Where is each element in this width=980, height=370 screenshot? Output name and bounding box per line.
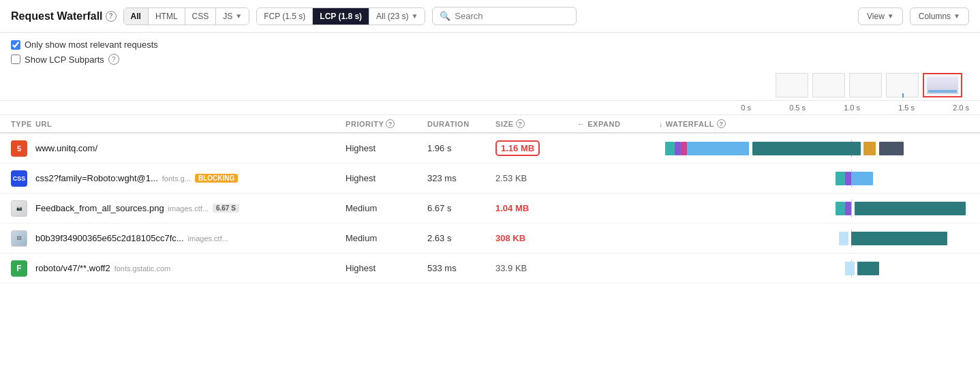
wf-bar-dns [665, 142, 675, 155]
thumb-3 [849, 73, 882, 97]
duration-cell-1: 1.96 s [427, 143, 495, 153]
url-domain-2: fonts.g... [162, 174, 191, 183]
col-url: URL [35, 120, 346, 128]
search-box: 🔍 [432, 7, 577, 25]
img2-icon-label: 🖼 [17, 236, 22, 241]
priority-cell-5: Highest [346, 263, 427, 273]
size-value-4: 308 KB [495, 233, 525, 243]
duration-value-5: 533 ms [427, 263, 457, 273]
table-header: TYPE URL PRIORITY ? DURATION SIZE ? ← EX… [0, 115, 980, 134]
duration-value-2: 323 ms [427, 173, 457, 183]
thumb-2 [812, 73, 845, 97]
type-filter-group: All HTML CSS JS ▼ [123, 7, 250, 25]
waterfall-cell-4 [659, 232, 969, 245]
priority-value-4: Medium [346, 233, 377, 243]
priority-cell-4: Medium [346, 233, 427, 243]
thumbnails [776, 73, 962, 97]
time-labels-row: 0 s 0.5 s 1.0 s 1.5 s 2.0 s [0, 101, 980, 115]
url-cell-3: Feedback_from_all_sources.png images.ctf… [35, 203, 346, 213]
col-expand-label: ← EXPAND [577, 120, 620, 128]
url-cell-2: css2?family=Roboto:wght@1... fonts.g... … [35, 173, 346, 183]
type-cell-html: 5 [11, 140, 35, 157]
lcp-line-3 [851, 200, 852, 217]
priority-value-2: Highest [346, 173, 376, 183]
type-cell-font: F [11, 260, 35, 277]
waterfall-help-icon[interactable]: ? [717, 119, 726, 128]
table-row[interactable]: 🖼 b0b39f34900365e65c2d18105cc7fc... imag… [0, 223, 980, 253]
wf3-bar2 [845, 202, 851, 215]
filter-css[interactable]: CSS [185, 8, 217, 25]
size-value-3: 1.04 MB [495, 203, 529, 213]
table-row[interactable]: F roboto/v47/**.woff2 fonts.gstatic.com … [0, 253, 980, 283]
font-icon: F [11, 260, 27, 277]
view-button[interactable]: View ▼ [858, 7, 903, 25]
waterfall-cell-2 [659, 172, 969, 185]
duration-value-3: 6.67 s [427, 203, 451, 213]
relevant-requests-checkbox[interactable] [11, 40, 20, 50]
duration-badge-3: 6.67 S [213, 204, 239, 213]
css-icon: CSS [11, 170, 27, 187]
wf5-bar2 [857, 262, 879, 275]
table-row[interactable]: CSS css2?family=Roboto:wght@1... fonts.g… [0, 164, 980, 194]
url-domain-4: images.ctf... [188, 234, 228, 243]
waterfall-cell-3 [659, 202, 969, 215]
url-domain-5: fonts.gstatic.com [114, 264, 171, 273]
priority-cell-2: Highest [346, 173, 427, 183]
fcp-timing-btn[interactable]: FCP (1.5 s) [257, 8, 313, 25]
filter-html[interactable]: HTML [149, 8, 185, 25]
priority-cell-3: Medium [346, 203, 427, 213]
url-text-4: b0b39f34900365e65c2d18105cc7fc... [35, 233, 184, 243]
lcp-timing-btn[interactable]: LCP (1.8 s) [313, 8, 369, 25]
timing-filter-group: FCP (1.5 s) LCP (1.8 s) All (23 s) ▼ [256, 7, 425, 25]
url-cell-4: b0b39f34900365e65c2d18105cc7fc... images… [35, 233, 346, 243]
filter-js-chevron: ▼ [235, 12, 242, 20]
page-title: Request Waterfall ? [11, 10, 117, 22]
col-url-label: URL [35, 120, 52, 128]
time-label-05s: 0.5 s [751, 104, 806, 112]
img-icon: 📷 [11, 200, 27, 217]
relevant-requests-row: Only show most relevant requests [11, 40, 969, 50]
font-icon-label: F [16, 264, 21, 273]
filter-js-dropdown[interactable]: JS ▼ [216, 8, 249, 25]
wf2-bar1 [836, 172, 845, 185]
col-expand[interactable]: ← EXPAND [577, 120, 659, 128]
thumb-5-inner [927, 76, 958, 94]
duration-cell-5: 533 ms [427, 263, 495, 273]
time-label-15s: 1.5 s [860, 104, 915, 112]
priority-value-3: Medium [346, 203, 377, 213]
lcp-subparts-checkbox[interactable] [11, 55, 20, 64]
table-row[interactable]: 📷 Feedback_from_all_sources.png images.c… [0, 194, 980, 223]
size-cell-5: 33.9 KB [495, 263, 577, 273]
thumb-4-line [902, 93, 904, 97]
size-value-1: 1.16 MB [495, 140, 540, 156]
all-timing-dropdown[interactable]: All (23 s) ▼ [369, 8, 425, 25]
filter-all[interactable]: All [124, 8, 149, 25]
priority-cell-1: Highest [346, 143, 427, 153]
table-row[interactable]: 5 www.unitq.com/ Highest 1.96 s 1.16 MB [0, 134, 980, 164]
duration-cell-2: 323 ms [427, 173, 495, 183]
view-label: View [867, 12, 885, 21]
col-duration-label: DURATION [427, 120, 470, 128]
css-icon-label: CSS [13, 175, 26, 182]
duration-cell-4: 2.63 s [427, 233, 495, 243]
thumb-5-bar [928, 90, 957, 93]
search-input[interactable] [455, 11, 569, 21]
duration-value-4: 2.63 s [427, 233, 451, 243]
url-text-5: roboto/v47/**.woff2 [35, 263, 110, 273]
duration-cell-3: 6.67 s [427, 203, 495, 213]
col-priority-label: PRIORITY [346, 120, 384, 128]
wf-bar-download [752, 142, 861, 155]
size-help-icon[interactable]: ? [516, 119, 525, 128]
thumb-4 [886, 73, 919, 97]
priority-value-5: Highest [346, 263, 376, 273]
wf3-bar1 [836, 202, 845, 215]
lcp-subparts-help-icon[interactable]: ? [108, 54, 119, 65]
img2-icon: 🖼 [11, 230, 27, 247]
size-value-5: 33.9 KB [495, 263, 527, 273]
time-labels-waterfall: 0 s 0.5 s 1.0 s 1.5 s 2.0 s [659, 104, 969, 112]
priority-help-icon[interactable]: ? [386, 119, 395, 128]
title-help-icon[interactable]: ? [106, 11, 117, 22]
columns-button[interactable]: Columns ▼ [910, 7, 969, 25]
wf2-bar3 [851, 172, 873, 185]
col-duration: DURATION [427, 120, 495, 128]
